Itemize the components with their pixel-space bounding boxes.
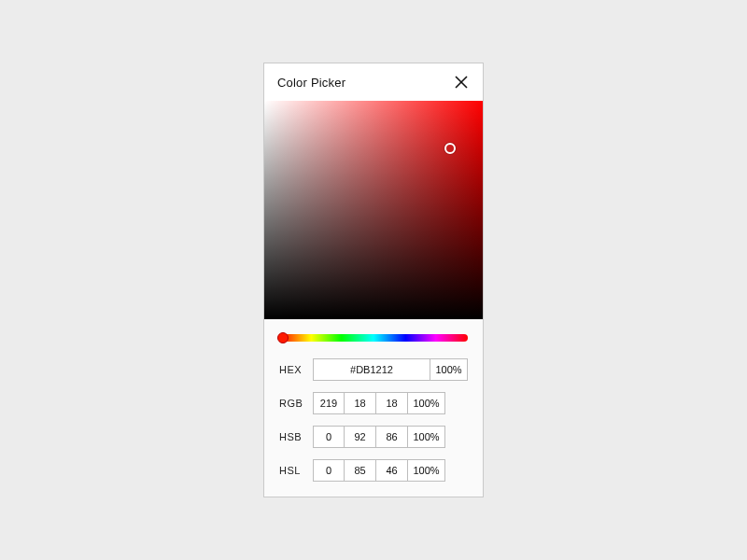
rgb-r-input[interactable]: 219 bbox=[313, 392, 345, 414]
close-button[interactable] bbox=[453, 74, 470, 91]
hex-value-input[interactable]: #DB1212 bbox=[313, 358, 430, 381]
hsb-alpha-input[interactable]: 100% bbox=[408, 426, 445, 448]
hue-slider[interactable] bbox=[279, 334, 468, 342]
hex-label: HEX bbox=[279, 364, 313, 375]
hsl-row: HSL 0 85 46 100% bbox=[279, 459, 468, 482]
hue-handle[interactable] bbox=[277, 332, 289, 343]
hsl-label: HSL bbox=[279, 465, 313, 476]
rgb-b-input[interactable]: 18 bbox=[376, 392, 408, 414]
hsl-l-input[interactable]: 46 bbox=[376, 459, 408, 482]
panel-title: Color Picker bbox=[277, 76, 345, 90]
hsb-label: HSB bbox=[279, 431, 313, 442]
rgb-alpha-input[interactable]: 100% bbox=[408, 392, 445, 414]
rgb-label: RGB bbox=[279, 398, 313, 409]
hsb-s-input[interactable]: 92 bbox=[345, 426, 376, 448]
hsb-b-input[interactable]: 86 bbox=[376, 426, 408, 448]
hex-row: HEX #DB1212 100% bbox=[279, 358, 468, 381]
color-picker-panel: Color Picker HEX #DB1212 100% RGB 219 18 bbox=[263, 63, 484, 497]
controls-section: HEX #DB1212 100% RGB 219 18 18 100% HSB … bbox=[264, 319, 483, 497]
hsb-h-input[interactable]: 0 bbox=[313, 426, 345, 448]
saturation-value-canvas[interactable] bbox=[264, 101, 483, 319]
hsl-h-input[interactable]: 0 bbox=[313, 459, 345, 482]
close-icon bbox=[455, 76, 468, 89]
hex-alpha-input[interactable]: 100% bbox=[430, 358, 468, 381]
rgb-row: RGB 219 18 18 100% bbox=[279, 392, 468, 414]
rgb-g-input[interactable]: 18 bbox=[345, 392, 376, 414]
hsb-row: HSB 0 92 86 100% bbox=[279, 426, 468, 448]
saturation-value-handle[interactable] bbox=[444, 143, 456, 154]
hsl-s-input[interactable]: 85 bbox=[345, 459, 376, 482]
hsl-alpha-input[interactable]: 100% bbox=[408, 459, 445, 482]
panel-header: Color Picker bbox=[264, 63, 483, 101]
